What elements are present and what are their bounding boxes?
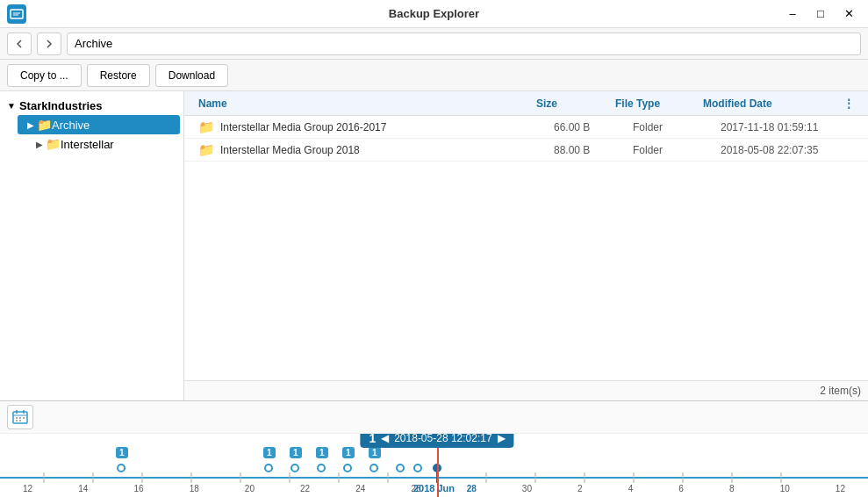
timeline-dot-0[interactable] xyxy=(117,464,126,472)
timeline-popup: 1 ◀ 2018-05-28 12:02:17 ▶ xyxy=(360,434,513,448)
forward-button[interactable] xyxy=(37,32,61,55)
date-label-12: 12 xyxy=(23,484,32,493)
timeline-dot-5[interactable] xyxy=(369,464,378,472)
date-label-20: 20 xyxy=(245,484,255,493)
popup-datetime: 2018-05-28 12:02:17 xyxy=(394,434,491,444)
file-name-0: 📁 Interstellar Media Group 2016-2017 xyxy=(191,119,554,135)
folder-icon-row0: 📁 xyxy=(198,119,215,135)
file-list-body: 📁 Interstellar Media Group 2016-2017 66.… xyxy=(184,116,868,380)
date-label-4: 4 xyxy=(628,484,634,493)
col-header-name[interactable]: Name xyxy=(191,97,536,110)
timeline-dot-4[interactable] xyxy=(343,464,352,472)
chevron-right-icon: ▶ xyxy=(25,119,37,131)
nav-bar xyxy=(0,28,868,60)
col-header-size[interactable]: Size xyxy=(536,97,615,110)
timeline-container: 1 1 1 1 1 1 1 ◀ 2018-05-28 12:02:17 ▶ 12… xyxy=(0,434,868,497)
chevron-down-icon: ▼ xyxy=(7,101,16,111)
date-label-12b: 12 xyxy=(836,484,845,493)
svg-rect-3 xyxy=(23,410,25,414)
svg-rect-6 xyxy=(23,417,25,419)
app-icon xyxy=(7,4,26,24)
timeline-dot-1[interactable] xyxy=(264,464,273,472)
timeline-dot-2[interactable] xyxy=(291,464,299,472)
sidebar-item-archive-label: Archive xyxy=(52,119,90,132)
svg-rect-5 xyxy=(19,417,21,419)
download-button[interactable]: Download xyxy=(155,64,228,87)
svg-rect-8 xyxy=(19,420,21,421)
file-date-0: 2017-11-18 01:59:11 xyxy=(721,121,861,133)
file-list-footer: 2 item(s) xyxy=(184,380,868,400)
sidebar: ▼ StarkIndustries ▶ 📁 Archive ▶ 📁 Inters… xyxy=(0,91,184,400)
folder-icon-row1: 📁 xyxy=(198,142,215,158)
folder-icon: 📁 xyxy=(37,118,52,132)
timeline-dot-7[interactable] xyxy=(413,464,422,472)
calendar-button[interactable] xyxy=(7,405,33,429)
minimize-button[interactable]: – xyxy=(780,5,805,23)
toolbar: Copy to ... Restore Download xyxy=(0,60,868,91)
popup-next-button[interactable]: ▶ xyxy=(498,434,506,444)
june-label: 2018 Jun xyxy=(413,483,455,493)
file-type-1: Folder xyxy=(633,144,721,156)
timeline-badge-4: 1 xyxy=(342,447,355,458)
date-label-2: 2 xyxy=(577,484,583,493)
file-name-1: 📁 Interstellar Media Group 2018 xyxy=(191,142,554,158)
svg-rect-4 xyxy=(16,417,18,419)
date-label-10: 10 xyxy=(780,484,790,493)
date-label-28: 28 xyxy=(467,484,477,493)
sidebar-root[interactable]: ▼ StarkIndustries xyxy=(0,97,183,115)
popup-number: 1 xyxy=(369,434,376,445)
col-more-btn[interactable]: ⋮ xyxy=(843,97,861,110)
table-row[interactable]: 📁 Interstellar Media Group 2016-2017 66.… xyxy=(184,116,868,139)
folder-icon2: 📁 xyxy=(46,137,61,151)
restore-button[interactable]: Restore xyxy=(87,64,150,87)
date-label-18: 18 xyxy=(190,484,199,493)
close-button[interactable]: ✕ xyxy=(836,5,861,23)
svg-rect-2 xyxy=(16,410,18,414)
timeline-dot-3[interactable] xyxy=(317,464,326,472)
path-input[interactable] xyxy=(67,32,861,55)
timeline-badge-0: 1 xyxy=(116,447,128,458)
table-row[interactable]: 📁 Interstellar Media Group 2018 88.00 B … xyxy=(184,139,868,162)
col-header-type[interactable]: File Type xyxy=(615,97,703,110)
file-date-1: 2018-05-08 22:07:35 xyxy=(721,144,861,156)
timeline-area: 1 1 1 1 1 1 1 ◀ 2018-05-28 12:02:17 ▶ 12… xyxy=(0,400,868,497)
copy-button[interactable]: Copy to ... xyxy=(7,64,82,87)
date-label-24: 24 xyxy=(355,484,365,493)
sidebar-item-interstellar[interactable]: ▶ 📁 Interstellar xyxy=(14,134,183,154)
date-label-30: 30 xyxy=(522,484,532,493)
file-list: Name Size File Type Modified Date ⋮ 📁 In… xyxy=(184,91,868,400)
timeline-dot-6[interactable] xyxy=(396,464,405,472)
timeline-toolbar xyxy=(0,401,868,434)
sidebar-root-label: StarkIndustries xyxy=(19,99,103,112)
file-size-1: 88.00 B xyxy=(554,144,633,156)
sidebar-item-archive[interactable]: ▶ 📁 Archive xyxy=(18,115,180,134)
item-count: 2 item(s) xyxy=(820,385,861,397)
file-list-header: Name Size File Type Modified Date ⋮ xyxy=(184,91,868,116)
chevron-right-icon2: ▶ xyxy=(33,138,46,150)
window-title: Backup Explorer xyxy=(389,7,479,20)
date-label-16: 16 xyxy=(133,484,143,493)
back-button[interactable] xyxy=(7,32,32,55)
col-header-date[interactable]: Modified Date xyxy=(703,97,843,110)
timeline-badge-1: 1 xyxy=(263,447,276,458)
file-size-0: 66.00 B xyxy=(554,121,633,133)
main-layout: ▼ StarkIndustries ▶ 📁 Archive ▶ 📁 Inters… xyxy=(0,91,868,400)
svg-rect-7 xyxy=(16,420,18,421)
date-label-22: 22 xyxy=(300,484,310,493)
date-label-14: 14 xyxy=(78,484,88,493)
date-label-8: 8 xyxy=(729,484,735,493)
popup-prev-button[interactable]: ◀ xyxy=(381,434,389,444)
timeline-badge-2: 1 xyxy=(290,447,302,458)
maximize-button[interactable]: □ xyxy=(808,5,833,23)
date-label-6: 6 xyxy=(678,484,684,493)
svg-rect-0 xyxy=(11,10,23,18)
window-controls[interactable]: – □ ✕ xyxy=(780,5,861,23)
file-type-0: Folder xyxy=(633,121,721,133)
sidebar-item-interstellar-label: Interstellar xyxy=(61,138,114,151)
timeline-badge-3: 1 xyxy=(316,447,328,458)
timeline-badge-5: 1 xyxy=(369,447,381,458)
title-bar: Backup Explorer – □ ✕ xyxy=(0,0,868,28)
